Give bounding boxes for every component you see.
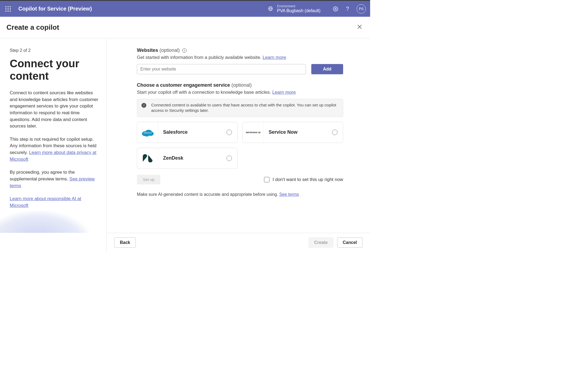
websites-label-optional: (optional) (160, 48, 180, 53)
environment-label: Environment (277, 4, 320, 8)
websites-sub-text: Get started with information from a publ… (137, 55, 263, 60)
settings-button[interactable] (331, 4, 340, 14)
main-area: Step 2 of 2 Connect your content Connect… (0, 38, 370, 233)
help-button[interactable]: ? (343, 4, 352, 14)
salesforce-logo: salesforce (137, 122, 158, 143)
websites-subtext: Get started with information from a publ… (137, 55, 343, 60)
top-bar: Copilot for Service (Preview) Environmen… (0, 0, 370, 17)
skip-setup-checkbox-row[interactable]: I don't want to set this up right now (264, 177, 343, 182)
sidebar-paragraph-3: By proceeding, you agree to the suppleme… (10, 169, 98, 189)
environment-name: PVA Bugbash (default) (277, 8, 320, 13)
environment-picker[interactable]: Environment PVA Bugbash (default) (268, 4, 320, 14)
avatar-initials: PS (359, 7, 363, 11)
info-icon[interactable]: i (182, 48, 187, 53)
create-button: Create (309, 237, 333, 248)
service-card-name: Service Now (264, 129, 332, 135)
wizard-content: Websites (optional) i Get started with i… (107, 38, 370, 233)
svg-text:salesforce: salesforce (144, 132, 152, 134)
checkbox-icon (264, 177, 269, 182)
radio-indicator (227, 156, 232, 161)
websites-learn-more-link[interactable]: Learn more (263, 55, 286, 60)
close-button[interactable] (357, 24, 362, 31)
website-input[interactable] (137, 64, 306, 74)
gear-icon (333, 6, 338, 12)
wizard-sidebar: Step 2 of 2 Connect your content Connect… (0, 38, 107, 233)
zendesk-logo (137, 148, 158, 169)
website-input-row: Add (137, 64, 343, 74)
service-learn-more-link[interactable]: Learn more (272, 90, 296, 95)
setup-button: Set up (137, 175, 160, 184)
cancel-button[interactable]: Cancel (337, 237, 363, 248)
service-card-zendesk[interactable]: ZenDesk (137, 148, 238, 169)
terms-text: Make sure AI-generated content is accura… (137, 192, 279, 197)
back-button[interactable]: Back (114, 237, 136, 248)
svg-point-2 (335, 8, 336, 9)
service-sub-text: Start your copilot off with a connection… (137, 90, 272, 95)
info-banner-text: Connected content is available to users … (151, 102, 339, 113)
skip-setup-label: I don't want to set this up right now (273, 177, 343, 182)
account-avatar[interactable]: PS (357, 4, 366, 14)
info-banner-icon: i (141, 103, 146, 108)
sidebar-paragraph-4: Learn more about responsible AI at Micro… (10, 196, 98, 209)
page-header: Create a copilot (0, 17, 370, 38)
close-icon (357, 24, 362, 29)
app-launcher-button[interactable] (3, 4, 13, 14)
see-terms-link[interactable]: See terms (279, 192, 299, 197)
service-cards-grid: salesforce Salesforce servicenoow Servic… (137, 122, 343, 169)
service-label: Choose a customer engagement service (op… (137, 82, 343, 88)
service-label-bold: Choose a customer engagement service (137, 82, 230, 88)
app-title: Copilot for Service (Preview) (18, 6, 92, 12)
service-card-salesforce[interactable]: salesforce Salesforce (137, 122, 238, 143)
step-indicator: Step 2 of 2 (10, 48, 98, 53)
websites-label-bold: Websites (137, 48, 158, 53)
sidebar-paragraph-2: This step is not required for copilot se… (10, 136, 98, 163)
terms-line: Make sure AI-generated content is accura… (137, 192, 343, 197)
service-label-optional: (optional) (231, 82, 252, 88)
globe-icon (268, 6, 273, 11)
wizard-footer: Back Create Cancel (107, 233, 370, 252)
setup-row: Set up I don't want to set this up right… (137, 175, 343, 184)
service-card-name: ZenDesk (158, 155, 227, 161)
page-title: Create a copilot (6, 23, 59, 32)
servicenow-logo: servicenoow (243, 122, 264, 143)
responsible-ai-link[interactable]: Learn more about responsible AI at Micro… (10, 196, 81, 208)
service-subtext: Start your copilot off with a connection… (137, 90, 343, 95)
question-icon: ? (346, 6, 349, 12)
websites-label: Websites (optional) i (137, 48, 343, 53)
radio-indicator (227, 130, 232, 135)
service-card-servicenow[interactable]: servicenoow Service Now (242, 122, 343, 143)
waffle-icon (5, 6, 11, 12)
sidebar-p3-text: By proceeding, you agree to the suppleme… (10, 170, 75, 182)
radio-indicator (332, 130, 337, 135)
service-card-name: Salesforce (158, 129, 227, 135)
info-banner: i Connected content is available to user… (137, 99, 343, 117)
add-website-button[interactable]: Add (311, 64, 343, 74)
sidebar-paragraph-1: Connect to content sources like websites… (10, 90, 98, 130)
sidebar-heading: Connect your content (10, 57, 98, 82)
